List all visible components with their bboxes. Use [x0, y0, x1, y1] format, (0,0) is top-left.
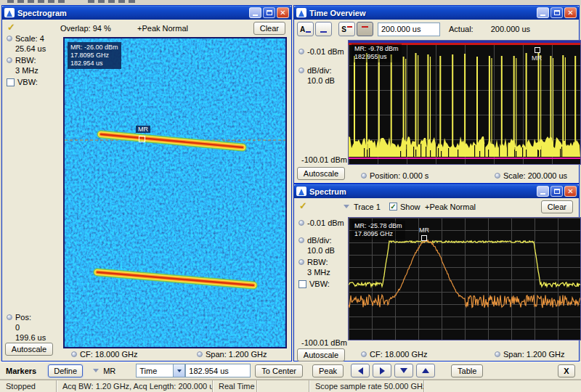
- minimize-button[interactable]: [537, 7, 549, 18]
- sample-rate-label: Scope sample rate 50.000 GHz: [309, 380, 424, 392]
- minimize-button[interactable]: [249, 7, 261, 18]
- marker-table-button[interactable]: Table: [451, 364, 483, 377]
- dbdiv-label: dB/div:: [307, 236, 332, 245]
- maximize-button[interactable]: [550, 186, 563, 197]
- window-icon: [296, 187, 306, 196]
- position-radio-icon[interactable]: [361, 173, 367, 179]
- time-overview-canvas: [349, 41, 580, 164]
- combo-arrow-icon[interactable]: [173, 364, 184, 377]
- time-overview-plot[interactable]: MR: -9.78 dBm 182.955 us MR: [348, 40, 581, 165]
- span-radio-icon[interactable]: [197, 351, 203, 357]
- spectrum-time-auto-button[interactable]: S: [338, 22, 355, 36]
- close-markers-button[interactable]: X: [558, 364, 575, 377]
- autoscale-button[interactable]: Autoscale: [297, 348, 345, 362]
- cf-radio-icon[interactable]: [71, 351, 77, 357]
- marker-dropdown-icon[interactable]: [93, 369, 99, 372]
- top-level-label: -0.01 dBm: [307, 47, 344, 56]
- spectrum-plot[interactable]: MR: -25.78 dBm 17.8095 GHz MR: [348, 217, 581, 340]
- marker-label: MR: [419, 226, 429, 234]
- to-center-button[interactable]: To Center: [255, 364, 303, 377]
- autoscale-button[interactable]: Autoscale: [5, 343, 53, 356]
- trace-dropdown-icon[interactable]: [344, 205, 349, 208]
- acquisition-state: Stopped: [0, 380, 57, 392]
- peak-button[interactable]: Peak: [312, 364, 344, 377]
- valid-check-icon: ✓: [7, 22, 15, 33]
- rbw-value: 3 MHz: [15, 66, 38, 75]
- peak-left-button[interactable]: [351, 364, 370, 377]
- dbdiv-radio-icon[interactable]: [298, 68, 304, 73]
- time-overview-window: Time Overview ✕ A S Actual: 200.000 us -…: [293, 5, 580, 184]
- span-radio-icon[interactable]: [495, 351, 500, 357]
- peak-right-button[interactable]: [373, 364, 391, 377]
- autoscale-button[interactable]: Autoscale: [297, 167, 345, 180]
- peak-lower-button[interactable]: [394, 364, 413, 377]
- rbw-label: RBW:: [307, 258, 328, 266]
- vbw-checkbox[interactable]: [7, 78, 15, 86]
- span-label: Span: 1.200 GHz: [206, 350, 267, 359]
- close-button[interactable]: ✕: [277, 7, 289, 18]
- rbw-auto-radio-icon[interactable]: [7, 57, 12, 63]
- overlap-label: Overlap: 94 %: [60, 24, 111, 33]
- rbw-value: 3 MHz: [307, 268, 330, 277]
- detector-label: +Peak Normal: [425, 203, 476, 211]
- arrow-down-icon: [400, 368, 407, 373]
- status-bar: Stopped Acq BW: 1.20 GHz, Acq Length: 20…: [0, 380, 581, 392]
- define-markers-button[interactable]: Define: [48, 364, 83, 377]
- marker-value-input[interactable]: [185, 364, 251, 377]
- close-button[interactable]: ✕: [564, 7, 577, 18]
- valid-check-icon: ✓: [299, 200, 307, 211]
- span-label: Span: 1.200 GHz: [503, 350, 564, 359]
- peak-higher-button[interactable]: [416, 364, 435, 377]
- close-button[interactable]: ✕: [564, 186, 577, 197]
- marker-label: MR: [532, 54, 542, 62]
- maximize-button[interactable]: [263, 7, 275, 18]
- scale-label: Scale: 4: [15, 34, 44, 43]
- spectrum-time-manual-button[interactable]: [357, 22, 373, 36]
- rbw-auto-radio-icon[interactable]: [298, 259, 304, 265]
- markers-toolbar: Markers Define MR Time To Center Peak Ta…: [0, 362, 581, 380]
- window-title: Time Overview: [309, 9, 537, 17]
- pos-label: Pos:: [15, 313, 31, 322]
- arrow-up-icon: [422, 368, 429, 373]
- cf-label: CF: 18.000 GHz: [370, 350, 427, 359]
- show-checkbox[interactable]: ✓: [389, 203, 397, 211]
- minimize-button[interactable]: [537, 186, 549, 197]
- marker-mr[interactable]: [139, 136, 145, 142]
- pos-zero-value: 0: [15, 323, 20, 332]
- cf-radio-icon[interactable]: [361, 351, 367, 357]
- spectrum-window: Spectrum ✕ ✓ Trace 1 ✓ Show +Peak Normal…: [293, 184, 580, 362]
- spectrum-titlebar[interactable]: Spectrum ✕: [294, 184, 579, 198]
- analysis-auto-button[interactable]: A: [297, 22, 314, 36]
- trace-label[interactable]: Trace 1: [354, 203, 381, 211]
- spectrogram-titlebar[interactable]: Spectrogram ✕: [2, 6, 291, 20]
- scale-radio-icon[interactable]: [495, 173, 500, 179]
- cf-label: CF: 18.000 GHz: [80, 350, 137, 359]
- marker-mr[interactable]: [535, 47, 540, 53]
- clear-button[interactable]: Clear: [253, 22, 285, 35]
- app-screen: Spectrogram ✕ ✓ Overlap: 94 % +Peak Norm…: [0, 0, 581, 392]
- pos-radio-icon[interactable]: [7, 314, 12, 320]
- dbdiv-radio-icon[interactable]: [298, 237, 304, 243]
- marker-label: MR: [136, 126, 150, 133]
- clear-button[interactable]: Clear: [541, 200, 573, 213]
- analysis-manual-button[interactable]: [315, 22, 332, 36]
- window-title: Spectrogram: [17, 9, 249, 17]
- spectrogram-plot[interactable]: MR: -26.00 dBm 17.8095 GHz 182.954 us MR: [63, 37, 287, 348]
- marker-type-select[interactable]: Time: [136, 364, 185, 377]
- maximize-button[interactable]: [550, 7, 563, 18]
- cropped-top-toolbar: [0, 0, 581, 5]
- top-level-label: -0.01 dBm: [307, 219, 344, 227]
- vbw-checkbox[interactable]: [298, 280, 306, 288]
- time-overview-titlebar[interactable]: Time Overview ✕: [294, 6, 579, 20]
- top-level-radio-icon[interactable]: [298, 220, 304, 226]
- window-title: Spectrum: [309, 187, 537, 196]
- scale-auto-radio-icon[interactable]: [7, 36, 12, 41]
- window-icon: [4, 8, 15, 17]
- bottom-level-label: -100.01 dBm: [301, 155, 347, 164]
- marker-mr[interactable]: [421, 235, 427, 241]
- time-length-input[interactable]: [378, 23, 440, 36]
- spectrogram-window: Spectrogram ✕ ✓ Overlap: 94 % +Peak Norm…: [1, 5, 292, 362]
- top-level-radio-icon[interactable]: [298, 49, 304, 54]
- actual-label: Actual:: [449, 25, 474, 33]
- scale-time-value: 25.64 us: [15, 44, 46, 53]
